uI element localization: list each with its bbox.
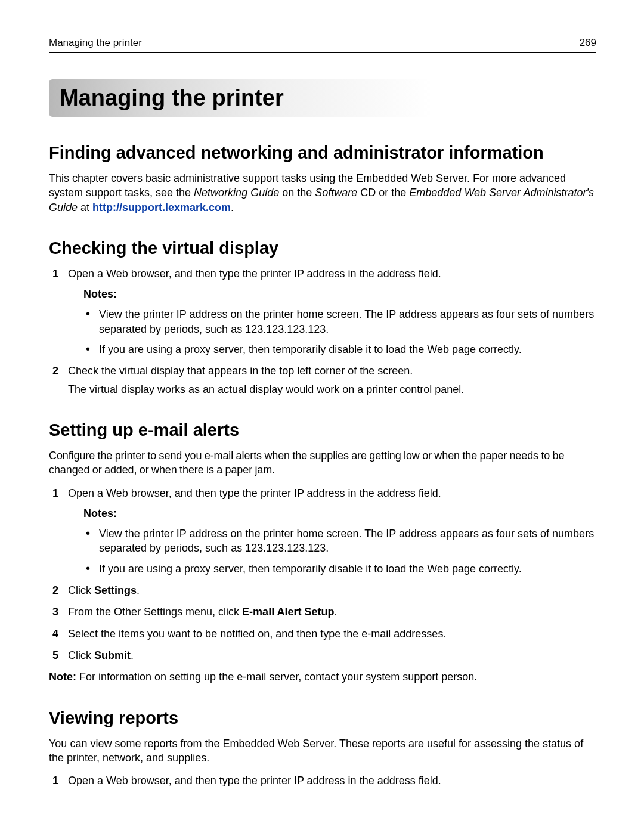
steps-list: Open a Web browser, and then type the pr… <box>49 267 596 397</box>
notes-list: View the printer IP address on the print… <box>83 307 596 357</box>
running-header: Managing the printer 269 <box>49 37 596 53</box>
notes-label: Notes: <box>83 287 596 301</box>
step-item: Select the items you want to be notified… <box>49 627 596 641</box>
header-title: Managing the printer <box>49 37 142 49</box>
intro-paragraph: This chapter covers basic administrative… <box>49 171 596 215</box>
intro-paragraph: Configure the printer to send you e‑mail… <box>49 448 596 478</box>
section-title: Setting up e‑mail alerts <box>49 420 596 440</box>
intro-paragraph: You can view some reports from the Embed… <box>49 736 596 766</box>
step-item: Open a Web browser, and then type the pr… <box>49 773 596 788</box>
steps-list: Open a Web browser, and then type the pr… <box>49 773 596 788</box>
step-item: Check the virtual display that appears i… <box>49 364 596 397</box>
notes-list: View the printer IP address on the print… <box>83 527 596 576</box>
section-finding-advanced: Finding advanced networking and administ… <box>49 143 596 215</box>
step-continuation: The virtual display works as an actual d… <box>68 382 596 397</box>
section-checking-virtual-display: Checking the virtual display Open a Web … <box>49 239 596 397</box>
step-item: From the Other Settings menu, click E‑ma… <box>49 605 596 619</box>
steps-list: Open a Web browser, and then type the pr… <box>49 486 596 663</box>
section-title: Finding advanced networking and administ… <box>49 143 596 163</box>
notes-label: Notes: <box>83 506 596 521</box>
step-item: Open a Web browser, and then type the pr… <box>49 267 596 357</box>
section-title: Checking the virtual display <box>49 239 596 258</box>
footnote: Note: For information on setting up the … <box>49 670 596 684</box>
chapter-title: Managing the printer <box>49 79 596 117</box>
note-item: View the printer IP address on the print… <box>83 527 596 556</box>
section-viewing-reports: Viewing reports You can view some report… <box>49 708 596 788</box>
note-item: If you are using a proxy server, then te… <box>83 342 596 357</box>
page: Managing the printer 269 Managing the pr… <box>0 0 644 833</box>
section-title: Viewing reports <box>49 708 596 728</box>
step-item: Open a Web browser, and then type the pr… <box>49 486 596 576</box>
section-email-alerts: Setting up e‑mail alerts Configure the p… <box>49 420 596 685</box>
note-item: If you are using a proxy server, then te… <box>83 562 596 576</box>
support-link[interactable]: http://support.lexmark.com <box>92 202 231 213</box>
page-number: 269 <box>580 37 596 49</box>
step-item: Click Settings. <box>49 583 596 597</box>
note-item: View the printer IP address on the print… <box>83 307 596 336</box>
step-item: Click Submit. <box>49 648 596 662</box>
